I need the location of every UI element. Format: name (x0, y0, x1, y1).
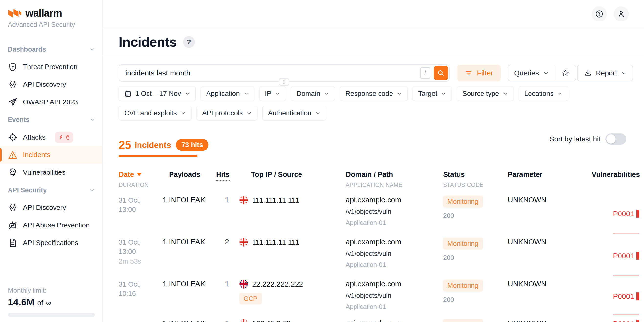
chevron-down-icon (543, 70, 549, 76)
ip-address: 22.222.222.222 (252, 280, 303, 288)
vulnerability-id: P0001 (613, 320, 634, 322)
sidebar: wallarm Advanced API Security Dashboards… (0, 0, 102, 322)
status-badge: Monitoring (443, 196, 483, 208)
chevron-down-icon (557, 91, 562, 96)
brand-name: wallarm (26, 7, 62, 19)
column-header-hits[interactable]: Hits (216, 170, 239, 188)
brand: wallarm Advanced API Security (0, 0, 102, 29)
cell-top-ip: 111.111.11.111 (239, 192, 346, 234)
sidebar-item-incidents[interactable]: Incidents (0, 146, 102, 164)
filter-button[interactable]: Filter (457, 65, 500, 81)
cell-date: 31 Oct, 10:16 (119, 276, 163, 315)
section-header-events[interactable]: Events (0, 111, 102, 129)
filter-chip-label: Locations (524, 90, 554, 98)
incidents-table: 31 Oct, 13:00 1 INFOLEAK 1 111.111.11.11… (119, 192, 644, 322)
queries-dropdown[interactable]: Queries (508, 65, 555, 81)
filter-chips-row-2: CVE and exploits API protocols Authentic… (119, 106, 326, 121)
status-badge: Monitoring (443, 319, 483, 322)
vulnerability-link[interactable]: P0001 (613, 319, 639, 322)
chevron-down-icon (282, 82, 286, 85)
vulnerability-link[interactable]: P0001 (613, 280, 639, 315)
cell-hits: 1 (216, 315, 239, 322)
column-header-date[interactable]: Date (119, 170, 163, 178)
time: 13:00 (119, 205, 163, 214)
filter-chip-target[interactable]: Target (412, 86, 452, 101)
sidebar-item-threat-prevention[interactable]: Threat Prevention (0, 58, 102, 76)
vulnerability-link[interactable]: P0001 (613, 196, 639, 234)
column-subheader-application-name: APPLICATION NAME (346, 182, 443, 188)
path: /v1/objects/vuln (346, 292, 443, 300)
georgia-flag-icon (239, 196, 248, 204)
sidebar-item-label: Vulnerabilities (23, 168, 65, 176)
cell-parameter: UNKNOWN (508, 276, 592, 315)
uk-flag-icon (239, 280, 248, 289)
sidebar-item-api-discovery[interactable]: API Discovery (0, 76, 102, 93)
cell-domain-path: api.example.com (346, 315, 443, 322)
section-header-dashboards[interactable]: Dashboards (0, 40, 102, 58)
favorite-query-button[interactable] (555, 65, 576, 81)
search-input[interactable] (119, 69, 420, 77)
column-header-status: Status (443, 170, 508, 178)
date: 31 Oct, (119, 238, 163, 247)
filter-chip-ip[interactable]: IP (259, 86, 286, 101)
chevron-down-icon (621, 70, 626, 76)
filter-chip-response-code[interactable]: Response code (340, 86, 408, 101)
filter-chip-api-protocols[interactable]: API protocols (196, 106, 258, 121)
ip-address: 123.45.6.78 (252, 319, 291, 322)
sort-by-latest-hit-toggle[interactable] (605, 133, 626, 145)
severity-bar (636, 210, 639, 218)
column-header-vulnerabilities: Vulnerabilities (592, 170, 644, 188)
sidebar-item-label: OWASP API 2023 (23, 98, 78, 106)
search-expand-handle[interactable] (279, 78, 289, 86)
cell-domain-path: api.example.com /v1/objects/vuln Applica… (346, 276, 443, 315)
chevron-down-icon (89, 117, 96, 123)
filter-chip-domain[interactable]: Domain (291, 86, 335, 101)
filter-chip-label: Application (206, 90, 240, 98)
filter-chip-application[interactable]: Application (201, 86, 254, 101)
sidebar-item-api-discovery-2[interactable]: API Discovery (0, 199, 102, 216)
date: 31 Oct, (119, 280, 163, 289)
filter-chip-date-range[interactable]: 1 Oct – 17 Nov (119, 86, 196, 101)
filter-chip-locations[interactable]: Locations (519, 86, 568, 101)
chevron-down-icon (180, 110, 186, 116)
filter-chip-source-type[interactable]: Source type (457, 86, 514, 101)
cell-hits: 1 (216, 192, 239, 234)
title-row: Incidents ? (102, 28, 644, 56)
topbar (102, 0, 644, 28)
sidebar-item-vulnerabilities[interactable]: Vulnerabilities (0, 164, 102, 181)
cell-status: Monitoring 200 (443, 276, 508, 315)
results-summary-tab[interactable]: 25 incidents 73 hits (119, 138, 208, 152)
monthly-limit-label: Monthly limit: (8, 287, 95, 294)
user-menu-button[interactable] (614, 6, 629, 21)
cell-parameter: UNKNOWN (508, 234, 592, 276)
incident-count-label: incidents (134, 140, 171, 150)
sidebar-nav: Dashboards Threat Prevention API Discove… (0, 40, 102, 252)
vulnerability-link[interactable]: P0001 (613, 238, 639, 276)
sidebar-item-attacks[interactable]: Attacks 6 (0, 129, 102, 146)
domain: api.example.com (346, 280, 443, 288)
filter-chip-label: Source type (462, 90, 499, 98)
sidebar-item-api-abuse-prevention[interactable]: API Abuse Prevention (0, 216, 102, 234)
cell-vulnerabilities: P0001 (592, 234, 644, 276)
help-button[interactable] (592, 6, 607, 21)
crosshair-icon (8, 132, 18, 142)
calendar-icon (124, 90, 132, 97)
section-label: Dashboards (8, 46, 46, 53)
filter-chip-cve-and-exploits[interactable]: CVE and exploits (119, 106, 192, 121)
report-button[interactable]: Report (577, 65, 633, 81)
section-header-api-security[interactable]: API Security (0, 181, 102, 199)
filter-chips-row-1: 1 Oct – 17 Nov Application IP Domain Res… (119, 86, 568, 101)
sidebar-item-api-specifications[interactable]: API Specifications (0, 234, 102, 252)
shield-bolt-icon (8, 62, 18, 72)
sidebar-item-owasp-api-2023[interactable]: OWASP API 2023 (0, 93, 102, 111)
slash-shortcut-key: / (420, 67, 430, 79)
cell-top-ip: 111.111.11.111 (239, 234, 346, 276)
braces-check-icon (8, 80, 18, 89)
page-help-icon[interactable]: ? (183, 36, 195, 48)
filter-chip-authentication[interactable]: Authentication (262, 106, 326, 121)
domain: api.example.com (346, 319, 443, 322)
skull-icon (8, 167, 18, 177)
chevron-down-icon (275, 91, 280, 96)
queries-group: Queries (508, 65, 576, 81)
search-button[interactable] (434, 66, 448, 80)
